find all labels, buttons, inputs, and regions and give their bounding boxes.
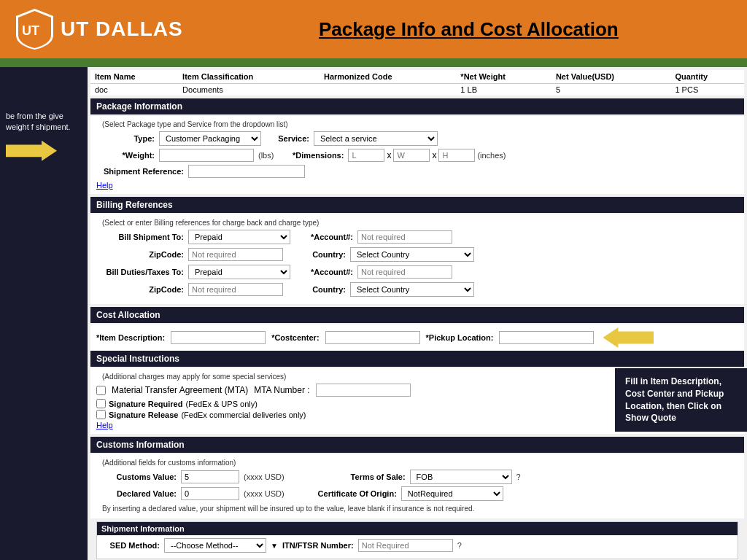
item-desc-input[interactable]	[171, 331, 266, 344]
declared-unit: (xxxx USD)	[244, 489, 285, 498]
mta-checkbox[interactable]	[96, 386, 106, 395]
zipcode2-input[interactable]	[188, 283, 283, 296]
item-desc-label: *Item Description:	[96, 333, 165, 342]
type-label: Type:	[96, 134, 155, 143]
sig-required-label: Signature Required	[109, 400, 182, 408]
cert-origin-label: Certificate Of Origin:	[318, 489, 397, 498]
sig-required-row: Signature Required (FedEx & UPS only)	[96, 399, 598, 408]
special-help-link[interactable]: Help	[96, 421, 598, 429]
itn-label: ITN/FTSR Number:	[282, 541, 354, 550]
zipcode-label: ZipCode:	[96, 250, 184, 259]
customs-unit: (xxxx USD)	[244, 472, 285, 481]
pickup-input[interactable]	[499, 331, 594, 344]
terms-select[interactable]: FOB	[410, 470, 512, 484]
sig-release-checkbox[interactable]	[96, 410, 106, 419]
dim-l-input[interactable]	[348, 149, 384, 162]
shipment-info-body: SED Method: --Choose Method-- ▼ ITN/FTSR…	[97, 535, 738, 559]
shipref-row: Shipment Reference:	[96, 165, 738, 178]
billing-note: (Select or enter Billing references for …	[96, 217, 738, 230]
customs-note: (Additional fields for customs informati…	[96, 457, 738, 470]
package-help-link[interactable]: Help	[96, 181, 738, 190]
itn-help-icon[interactable]: ?	[457, 541, 462, 550]
special-instr-section: (Additional charges may apply for some s…	[90, 368, 744, 434]
dim-w-input[interactable]	[393, 149, 430, 162]
left-annotation-text: be from the give weight f shipment.	[6, 111, 82, 133]
special-instr-header: Special Instructions	[90, 351, 744, 367]
bill-shipment-select[interactable]: Prepaid	[188, 230, 290, 244]
left-annotation-panel: be from the give weight f shipment.	[0, 67, 88, 560]
sed-label: SED Method:	[101, 541, 160, 550]
cert-origin-select[interactable]: NotRequired	[401, 486, 503, 501]
country-select[interactable]: Select Country	[350, 247, 474, 262]
pickup-label: *Pickup Location:	[426, 333, 494, 342]
shipref-input[interactable]	[188, 165, 305, 178]
country2-select[interactable]: Select Country	[350, 282, 474, 297]
dim-unit: (inches)	[477, 151, 506, 160]
account2-input[interactable]	[357, 265, 452, 279]
declared-value-row: Declared Value: (xxxx USD) Certificate O…	[96, 486, 738, 501]
logo: UT UT DALLAS	[15, 7, 183, 51]
main-container: be from the give weight f shipment. Item…	[0, 67, 747, 560]
table-row: doc Documents 1 LB 5 1 PCS	[90, 84, 744, 96]
customs-header: Customs Information	[90, 437, 744, 453]
terms-help-icon[interactable]: ?	[516, 472, 521, 481]
svg-text:UT: UT	[22, 23, 39, 38]
customs-value-input[interactable]	[181, 470, 239, 483]
shipment-info-section: Shipment Information SED Method: --Choos…	[96, 521, 738, 559]
declared-value-input[interactable]	[181, 487, 239, 500]
dim-h-input[interactable]	[438, 149, 475, 162]
cost-alloc-section: *Item Description: *Costcenter: *Pickup …	[90, 324, 744, 351]
declared-value-label: Declared Value:	[96, 489, 177, 498]
sed-select[interactable]: --Choose Method--	[164, 538, 266, 553]
package-info-header: Package Information	[90, 98, 744, 114]
form-area: Item Name Item Classification Harmonized…	[88, 67, 747, 560]
col-item-name: Item Name	[90, 70, 178, 84]
sed-row: SED Method: --Choose Method-- ▼ ITN/FTSR…	[101, 538, 733, 553]
account-input[interactable]	[357, 230, 452, 244]
type-row: Type: Customer Packaging Service: Select…	[96, 131, 738, 146]
zipcode2-label: ZipCode:	[96, 285, 184, 294]
sig-release-label: Signature Release	[109, 411, 178, 419]
cost-alloc-header: Cost Allocation	[90, 307, 744, 323]
cell-net-value: 5	[551, 84, 671, 96]
dimensions-label: *Dimensions:	[278, 151, 344, 160]
logo-text: UT DALLAS	[61, 18, 183, 41]
weight-input[interactable]	[159, 149, 254, 162]
col-classification: Item Classification	[178, 70, 320, 84]
dim-x2: x	[432, 150, 436, 160]
sig-release-note: (FedEx commercial deliveries only)	[181, 411, 306, 419]
service-label: Service:	[266, 134, 309, 143]
sig-required-checkbox[interactable]	[96, 399, 106, 408]
page-header: UT UT DALLAS Package Info and Cost Alloc…	[0, 0, 747, 58]
green-divider	[0, 58, 747, 67]
service-select[interactable]: Select a service	[314, 131, 438, 146]
zipcode2-row: ZipCode: Country: Select Country	[96, 282, 738, 297]
insurance-note: By inserting a declared value, your ship…	[96, 503, 738, 514]
itn-input[interactable]	[358, 539, 453, 552]
billing-header: Billing References	[90, 197, 744, 213]
shipment-info-header: Shipment Information	[97, 522, 738, 535]
bill-shipment-row: Bill Shipment To: Prepaid *Account#:	[96, 230, 738, 244]
costcenter-input[interactable]	[325, 331, 420, 344]
terms-label: Terms of Sale:	[347, 472, 406, 481]
type-select[interactable]: Customer Packaging	[159, 131, 261, 146]
col-quantity: Quantity	[670, 70, 744, 84]
cell-classification: Documents	[178, 84, 320, 96]
cell-harmonized	[320, 84, 456, 96]
zipcode-input[interactable]	[188, 248, 283, 261]
ut-logo-icon: UT	[15, 7, 55, 51]
country2-label: Country:	[287, 285, 346, 294]
arrow-left-icon	[603, 327, 654, 348]
weight-unit: (lbs)	[258, 151, 274, 160]
page-title: Package Info and Cost Allocation	[205, 18, 732, 41]
customs-value-row: Customs Value: (xxxx USD) Terms of Sale:…	[96, 470, 738, 484]
sig-release-row: Signature Release (FedEx commercial deli…	[96, 410, 598, 419]
bill-duties-row: Bill Duties/Taxes To: Prepaid *Account#:	[96, 265, 738, 279]
col-net-weight: *Net Weight	[456, 70, 551, 84]
cell-quantity: 1 PCS	[670, 84, 744, 96]
sed-arrow: ▼	[271, 542, 278, 550]
dimensions-group: x x (inches)	[348, 149, 506, 162]
bill-duties-select[interactable]: Prepaid	[188, 265, 290, 279]
bill-duties-label: Bill Duties/Taxes To:	[96, 268, 184, 276]
mta-number-input[interactable]	[316, 384, 411, 397]
